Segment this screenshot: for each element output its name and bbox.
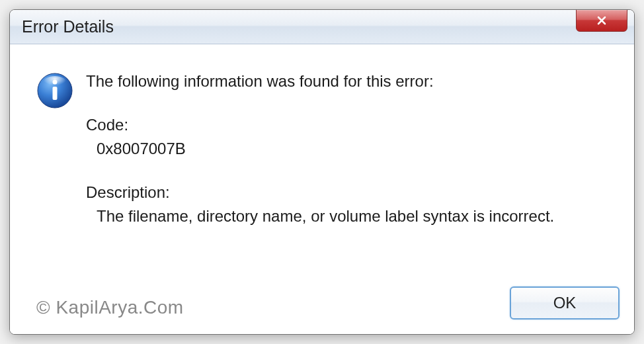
svg-rect-3 [53, 87, 58, 100]
svg-point-2 [53, 80, 58, 85]
description-label: Description: [86, 181, 608, 204]
code-value: 0x8007007B [86, 137, 608, 161]
icon-column [36, 69, 86, 321]
content-area: The following information was found for … [10, 44, 634, 334]
close-icon [595, 15, 608, 26]
code-label: Code: [86, 113, 608, 137]
button-row: OK [510, 286, 620, 320]
close-button[interactable] [576, 9, 627, 32]
text-column: The following information was found for … [86, 69, 608, 321]
error-heading: The following information was found for … [86, 69, 608, 93]
watermark: © KapilArya.Com [36, 297, 184, 318]
error-dialog: Error Details [9, 9, 635, 335]
description-value: The filename, directory name, or volume … [86, 204, 608, 228]
window-title: Error Details [22, 17, 629, 36]
ok-button[interactable]: OK [510, 286, 620, 320]
info-icon [36, 72, 73, 109]
titlebar: Error Details [10, 10, 634, 44]
